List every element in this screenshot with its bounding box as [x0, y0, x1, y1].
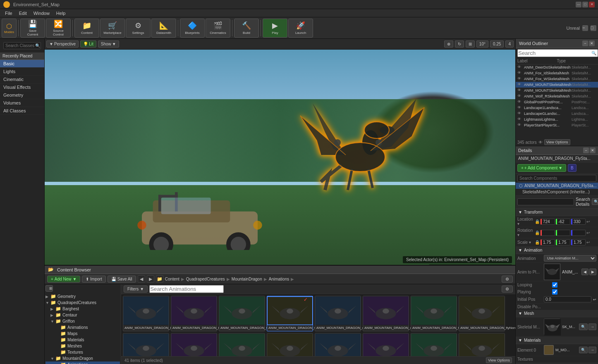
blueprint-button[interactable]: B: [568, 164, 576, 172]
play-button[interactable]: ▶ Play: [263, 19, 287, 38]
search-details-input[interactable]: [517, 198, 574, 205]
asset-card-14[interactable]: ANIM_MOUNTAIN_DRAGON_getHitFront: [411, 333, 457, 356]
location-reset-icon[interactable]: ↩: [586, 219, 590, 224]
settings-minimize-icon[interactable]: −: [582, 25, 588, 31]
looping-checkbox[interactable]: [552, 282, 557, 288]
scale-z-input[interactable]: [571, 239, 586, 245]
asset-card-10[interactable]: ANIM_MOUNTAIN_DRAGON_FlyStationarySpitFi…: [219, 333, 265, 356]
vp-scale-icon[interactable]: ⊞: [466, 40, 475, 48]
forward-button[interactable]: ▶: [147, 275, 154, 283]
save-all-button[interactable]: 💾 Save All: [108, 276, 136, 283]
asset-card-9[interactable]: ANIM_MOUNTAIN_DRAGON_FlyStationaryGet: [171, 333, 217, 356]
settings-expand-icon[interactable]: □: [591, 25, 596, 31]
tree-expand-button[interactable]: ⊞: [45, 285, 53, 292]
recently-placed-header[interactable]: Recently Placed: [0, 52, 44, 60]
footer-view-options-button[interactable]: View Options: [486, 357, 512, 363]
component-sub-item[interactable]: SkeletalMeshComponent (Inherite...): [516, 189, 598, 195]
asset-card-6[interactable]: ANIM_MOUNTAIN_DRAGON_failing: [411, 296, 457, 331]
modes-button[interactable]: ⬡ Modes: [2, 19, 17, 38]
asset-card-8[interactable]: ANIM_MOUNTAIN_DRAGON_flyNormalToFall: [123, 333, 169, 356]
settings-button[interactable]: ⚙ Settings: [126, 19, 151, 38]
cinematics-button[interactable]: 🎬 Cinematics: [206, 19, 230, 38]
materials-section-header[interactable]: ▼ Materials: [516, 337, 598, 344]
scale-lock-icon[interactable]: 🔒: [535, 240, 540, 245]
maximize-button[interactable]: □: [582, 2, 588, 7]
breadcrumb-mountain-dragon[interactable]: MountainDragon: [232, 277, 262, 281]
cb-settings-button[interactable]: ⚙: [502, 276, 513, 283]
initial-pos-reset-icon[interactable]: ↩: [593, 297, 596, 302]
menu-window[interactable]: Window: [30, 11, 53, 16]
left-item-basic[interactable]: Basic: [0, 60, 44, 68]
left-item-cinematic[interactable]: Cinematic: [0, 76, 44, 83]
outliner-close-icon[interactable]: ✕: [589, 40, 595, 46]
left-item-visual-effects[interactable]: Visual Effects: [0, 83, 44, 91]
playing-checkbox[interactable]: [552, 289, 557, 295]
breadcrumb-animations[interactable]: Animations: [269, 277, 289, 281]
location-z-input[interactable]: [571, 219, 586, 225]
left-item-geometry[interactable]: Geometry: [0, 91, 44, 99]
mesh-section-header[interactable]: ▼ Mesh: [516, 310, 598, 317]
asset-card-3[interactable]: ✓ ANIM_MOUNTAIN_DRAGON_ClawsAttack2HitCo…: [267, 296, 313, 331]
scale-reset-icon[interactable]: ↩: [586, 240, 590, 245]
folder-quadraped-creatures[interactable]: ▼ 📁 QuadrapedCreatures: [45, 300, 120, 306]
outliner-item-globalpost[interactable]: 👁 GlobalPostPPostProc... PostProc...: [516, 99, 598, 105]
folder-centaur[interactable]: ▶ 📁 Centaur: [45, 312, 120, 318]
location-x-input[interactable]: [541, 219, 555, 225]
rotation-x-input[interactable]: [541, 230, 555, 236]
asset-card-0[interactable]: ANIM_MOUNTAIN_DRAGON_bite: [123, 296, 169, 331]
outliner-item-deer[interactable]: 👁 ANIM_DeerDoSkeletalMesh SkeletalM...: [516, 64, 598, 70]
folder-barghest[interactable]: ▶ 📁 Barghest: [45, 306, 120, 312]
content-button[interactable]: 📁 Content: [74, 19, 99, 38]
folder-mountain-dragon-animations[interactable]: 📁 Animations: [45, 362, 120, 364]
folder-griffon-textures[interactable]: 📁 Textures: [45, 349, 120, 355]
import-button[interactable]: ⬆ Import: [82, 276, 105, 283]
marketplace-button[interactable]: 🛒 Marketplace: [100, 19, 125, 38]
outliner-minimize-icon[interactable]: −: [582, 40, 588, 46]
outliner-item-mount-1[interactable]: 👁 ANIM_MOUNTSkeletalMesh SkeletalM...: [516, 82, 598, 88]
outliner-item-wolf[interactable]: 👁 ANIM_Wolf_RSkeletalMesh SkeletalM...: [516, 93, 598, 99]
left-item-all-classes[interactable]: All Classes: [0, 107, 44, 115]
component-item-main[interactable]: ⬡ ANIM_MOUNTAIN_DRAGON_FlySta...: [516, 183, 598, 189]
materials-browse-icon[interactable]: 🔍: [579, 347, 588, 353]
menu-file[interactable]: File: [2, 11, 16, 16]
asset-card-1[interactable]: ANIM_MOUNTAIN_DRAGON_biteGrabThrow: [171, 296, 217, 331]
details-minimize-icon[interactable]: −: [583, 148, 589, 153]
folder-mountain-dragon[interactable]: ▼ 📁 MountainDragon: [45, 355, 120, 362]
outliner-search-input[interactable]: [517, 49, 598, 57]
lit-button[interactable]: 💡 Lit: [80, 40, 96, 48]
folder-griffon-materials[interactable]: 📁 Materials: [45, 337, 120, 343]
rotation-z-input[interactable]: [571, 230, 586, 236]
anim-next-icon[interactable]: ▶: [589, 269, 596, 275]
save-current-button[interactable]: 💾 SaveCurrent: [20, 19, 45, 38]
menu-help[interactable]: Help: [53, 11, 69, 16]
vp-rotate-icon[interactable]: ↻: [455, 40, 464, 48]
left-item-volumes[interactable]: Volumes: [0, 99, 44, 107]
folder-griffon[interactable]: ▼ 📁 Griffon: [45, 318, 120, 324]
search-animations-input[interactable]: [149, 285, 224, 293]
asset-card-2[interactable]: ANIM_MOUNTAIN_DRAGON_ClawsAttack2HitComb…: [219, 296, 265, 331]
folder-griffon-animations[interactable]: 📁 Animations: [45, 324, 120, 331]
outliner-item-landscape1[interactable]: 👁 Landscape1Landsca... Landsca...: [516, 105, 598, 111]
transform-section-header[interactable]: ▼ Transform: [516, 209, 598, 216]
perspective-button[interactable]: ▼ Perspective: [46, 40, 79, 48]
minimize-button[interactable]: —: [576, 2, 581, 7]
scale-y-input[interactable]: [556, 239, 570, 245]
search-details-icon-btn[interactable]: 🔍: [592, 198, 598, 205]
anim-prev-icon[interactable]: ◀: [581, 269, 588, 275]
outliner-item-landscapeg[interactable]: 👁 LandscapeGLandsc... Landsca...: [516, 111, 598, 117]
folder-griffon-meshes[interactable]: 📁 Meshes: [45, 343, 120, 349]
mesh-arrow-icon[interactable]: →: [588, 324, 596, 330]
back-button[interactable]: ◀: [138, 275, 145, 283]
rotation-y-input[interactable]: [556, 230, 570, 236]
menu-edit[interactable]: Edit: [16, 11, 30, 16]
asset-card-5[interactable]: ANIM_MOUNTAIN_DRAGON_deathHitTheGround: [363, 296, 409, 331]
initial-pos-input[interactable]: [544, 296, 591, 302]
grid-settings-button[interactable]: ⚙: [502, 285, 513, 293]
scale-x-input[interactable]: [541, 239, 555, 245]
asset-card-13[interactable]: ANIM_MOUNTAIN_DRAGON_FlyStationaryTal_an…: [363, 333, 409, 356]
outliner-item-fox-id[interactable]: 👁 ANIM_Fox_IdSkeletalMesh SkeletalM...: [516, 70, 598, 76]
build-button[interactable]: 🔨 Build: [234, 19, 259, 38]
details-close-icon[interactable]: ✕: [590, 148, 596, 153]
vp-transform-icon[interactable]: ⊕: [444, 40, 453, 48]
add-component-button[interactable]: + + Add Component ▼: [517, 164, 566, 172]
